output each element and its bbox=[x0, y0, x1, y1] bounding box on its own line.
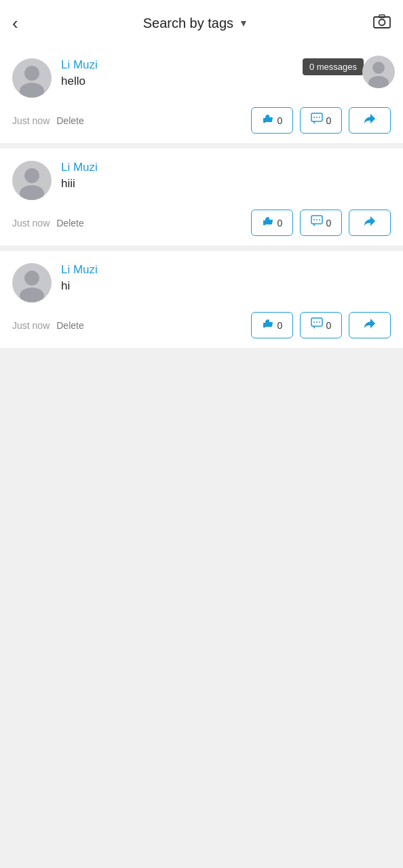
svg-point-1 bbox=[379, 20, 385, 26]
post-info: Li Muzi hi bbox=[61, 263, 391, 293]
avatar bbox=[12, 263, 52, 302]
comment-count: 0 bbox=[326, 320, 332, 331]
post-list: Li Muzi hello 0 messages Just now Delete… bbox=[0, 46, 403, 353]
share-button[interactable] bbox=[349, 107, 391, 134]
comment-count: 0 bbox=[326, 115, 332, 126]
comment-count: 0 bbox=[326, 218, 332, 229]
delete-button[interactable]: Delete bbox=[56, 320, 83, 331]
svg-point-14 bbox=[313, 219, 315, 220]
svg-point-16 bbox=[319, 219, 320, 220]
post-info: Li Muzi hiii bbox=[61, 161, 391, 191]
post-author: Li Muzi bbox=[61, 263, 391, 277]
svg-rect-0 bbox=[374, 17, 390, 28]
post-time: Just now bbox=[12, 218, 50, 229]
svg-point-21 bbox=[316, 321, 318, 323]
post-footer: Just now Delete 0 bbox=[12, 107, 391, 134]
like-icon bbox=[262, 317, 274, 333]
delete-button[interactable]: Delete bbox=[56, 115, 83, 126]
like-button[interactable]: 0 bbox=[251, 107, 293, 134]
like-count: 0 bbox=[277, 115, 283, 126]
post-content: hello bbox=[61, 75, 391, 88]
svg-point-15 bbox=[316, 219, 318, 220]
comment-button[interactable]: 0 bbox=[300, 312, 342, 338]
svg-point-11 bbox=[24, 168, 39, 183]
svg-point-9 bbox=[316, 117, 318, 118]
like-icon bbox=[262, 215, 274, 231]
title-text: Search by tags bbox=[143, 16, 233, 31]
share-icon bbox=[364, 113, 376, 128]
share-button[interactable] bbox=[349, 210, 391, 236]
post-time: Just now bbox=[12, 115, 50, 126]
camera-icon[interactable] bbox=[373, 14, 391, 33]
post-card: Li Muzi hiii Just now Delete 0 bbox=[0, 149, 403, 245]
svg-rect-2 bbox=[379, 15, 385, 18]
svg-point-18 bbox=[20, 288, 44, 302]
post-card: Li Muzi hi Just now Delete 0 bbox=[0, 251, 403, 348]
comment-button[interactable]: 0 bbox=[300, 107, 342, 134]
svg-point-22 bbox=[319, 321, 320, 323]
svg-point-12 bbox=[20, 185, 44, 200]
like-icon bbox=[262, 113, 274, 128]
svg-point-17 bbox=[24, 271, 39, 285]
avatar bbox=[12, 161, 52, 200]
svg-point-10 bbox=[319, 117, 320, 118]
share-icon bbox=[364, 215, 376, 231]
post-time: Just now bbox=[12, 320, 50, 331]
avatar bbox=[12, 58, 52, 98]
share-button[interactable] bbox=[349, 312, 391, 338]
svg-point-20 bbox=[313, 321, 315, 323]
empty-area bbox=[0, 353, 403, 733]
like-button[interactable]: 0 bbox=[251, 210, 293, 236]
comment-icon bbox=[311, 113, 323, 128]
post-header: Li Muzi hiii bbox=[12, 161, 391, 200]
post-content: hiii bbox=[61, 177, 391, 191]
post-author: Li Muzi bbox=[61, 161, 391, 174]
svg-point-8 bbox=[313, 117, 315, 118]
dropdown-arrow-icon: ▼ bbox=[239, 18, 248, 28]
comment-icon bbox=[311, 215, 323, 231]
post-header: Li Muzi hi bbox=[12, 263, 391, 302]
post-footer: Just now Delete 0 bbox=[12, 210, 391, 236]
comment-icon bbox=[311, 317, 323, 333]
comment-button[interactable]: 0 bbox=[300, 210, 342, 236]
share-icon bbox=[364, 317, 376, 333]
second-avatar bbox=[362, 56, 395, 88]
post-card: Li Muzi hello 0 messages Just now Delete… bbox=[0, 46, 403, 143]
svg-point-5 bbox=[372, 62, 385, 74]
svg-point-3 bbox=[24, 66, 39, 81]
delete-button[interactable]: Delete bbox=[56, 218, 83, 229]
svg-point-4 bbox=[20, 83, 44, 98]
like-button[interactable]: 0 bbox=[251, 312, 293, 338]
messages-badge: 0 messages bbox=[303, 58, 364, 75]
like-count: 0 bbox=[277, 218, 283, 229]
search-by-tags-title[interactable]: Search by tags ▼ bbox=[143, 16, 248, 31]
post-content: hi bbox=[61, 279, 391, 293]
back-button[interactable]: ‹ bbox=[12, 13, 18, 34]
header: ‹ Search by tags ▼ bbox=[0, 0, 403, 46]
post-footer: Just now Delete 0 bbox=[12, 312, 391, 338]
like-count: 0 bbox=[277, 320, 283, 331]
svg-point-6 bbox=[368, 76, 389, 88]
